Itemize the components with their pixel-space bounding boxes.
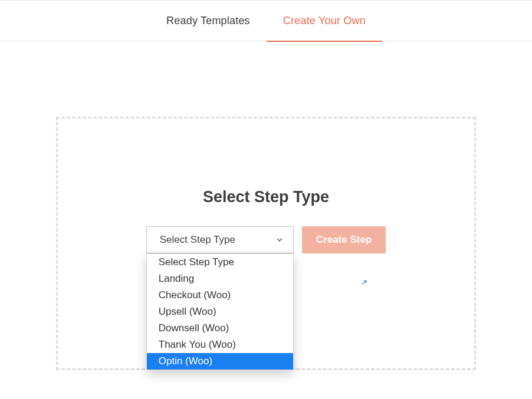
step-type-option[interactable]: Optin (Woo) (147, 353, 293, 370)
step-type-option[interactable]: Select Step Type (147, 254, 293, 271)
step-type-option[interactable]: Checkout (Woo) (147, 287, 293, 304)
step-type-option[interactable]: Downsell (Woo) (147, 320, 293, 337)
step-type-select-display[interactable]: Select Step Type (146, 226, 294, 253)
external-link-icon (359, 279, 367, 288)
step-type-select[interactable]: Select Step Type Select Step TypeLanding… (146, 226, 294, 253)
step-type-option[interactable]: Thank You (Woo) (147, 337, 293, 353)
canvas-area: Select Step Type Select Step Type Select… (0, 41, 532, 394)
panel-heading: Select Step Type (58, 188, 474, 206)
step-type-option[interactable]: Landing (147, 271, 293, 287)
step-type-selected-label: Select Step Type (160, 234, 235, 246)
control-row: Select Step Type Select Step TypeLanding… (58, 226, 474, 253)
step-type-option[interactable]: Upsell (Woo) (147, 304, 293, 320)
top-tabbar: Ready Templates Create Your Own (0, 0, 532, 41)
tab-create-your-own[interactable]: Create Your Own (267, 1, 382, 42)
create-step-panel: Select Step Type Select Step Type Select… (56, 117, 476, 370)
chevron-down-icon (274, 235, 285, 245)
step-type-dropdown[interactable]: Select Step TypeLandingCheckout (Woo)Ups… (146, 253, 294, 370)
create-step-button[interactable]: Create Step (302, 226, 386, 253)
tab-ready-templates[interactable]: Ready Templates (150, 1, 267, 42)
